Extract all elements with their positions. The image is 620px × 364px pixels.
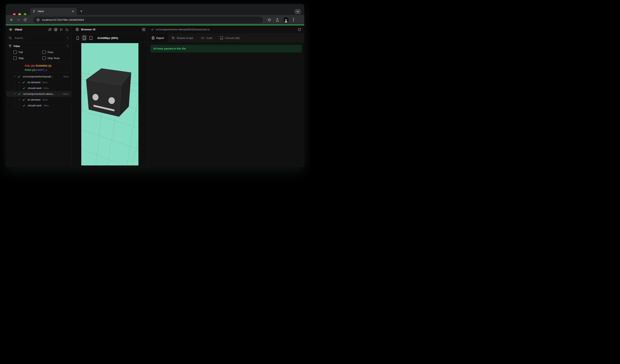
test-tree: src/components/manual/… 56ms on demand 5… (6, 74, 72, 167)
chevron-down-icon[interactable] (17, 82, 21, 83)
checkbox-label: Fail (19, 51, 23, 54)
test-duration: 43ms (43, 104, 49, 107)
vitest-logo-icon (9, 27, 13, 31)
test-file-row[interactable]: src/components/manual/… 56ms (6, 74, 72, 79)
browser-ui-header: Browser UI (72, 25, 148, 34)
tested-app-viewport[interactable] (81, 43, 139, 165)
tab-search-chevron-button[interactable] (294, 9, 301, 14)
tab-title: Vitest (38, 10, 71, 13)
viewport-preset-large-button[interactable] (88, 35, 93, 41)
test-name: src/components/manual/… (23, 75, 54, 78)
pass-check-icon (22, 104, 26, 107)
sidebar-header: Vitest (6, 25, 72, 34)
test-name: src/components/on-dema… (23, 92, 55, 95)
test-case-row[interactable]: should work 43ms (6, 102, 72, 108)
search-icon (9, 36, 12, 40)
checkbox[interactable] (42, 57, 46, 60)
test-name: should work (28, 87, 42, 90)
test-case-row[interactable]: should work 55ms (6, 85, 72, 91)
tab-report[interactable]: Report (148, 34, 168, 42)
report-body: All tests passed in this file (148, 42, 304, 167)
browser-ui-title: Browser UI (81, 28, 142, 31)
filter-section: Filter Fail Pass (6, 42, 72, 63)
sidebar-actions (48, 28, 70, 31)
desktop: Vitest ✕ + localhost:5173/# (0, 0, 310, 182)
test-suite-row[interactable]: on demand 43ms (6, 97, 72, 102)
vitest-ui-page: Vitest (6, 25, 304, 167)
forward-button[interactable] (16, 18, 23, 21)
robot-cube (86, 68, 131, 117)
viewport-preset-small-button[interactable] (75, 35, 80, 41)
dark-mode-moon-icon[interactable] (65, 28, 69, 31)
pass-check-icon (151, 28, 154, 30)
url-text: localhost:5173/#/?file=1828625563 (42, 18, 84, 21)
experiments-flask-icon[interactable] (276, 18, 279, 22)
chevron-down-icon[interactable] (17, 99, 21, 100)
tab-code[interactable]: Code (197, 34, 216, 42)
report-panel: src/components/on-demand/OnDemand.test.t… (148, 25, 304, 167)
summary-line-1: FAIL (0) / RUNNING (0) (25, 64, 72, 68)
search-input[interactable] (14, 36, 66, 40)
clear-search-filter-icon[interactable] (66, 37, 69, 40)
pass-check-icon (22, 99, 25, 101)
test-duration: 55ms (43, 87, 49, 89)
filter-checkbox-fail[interactable]: Fail (13, 50, 42, 54)
back-button[interactable] (10, 18, 16, 21)
test-file-row-selected[interactable]: src/components/on-dema… 43ms (6, 91, 71, 97)
filter-checkbox-only-tests[interactable]: Only Tests (42, 57, 69, 60)
test-name: should work (28, 104, 42, 107)
pass-check-icon (18, 93, 21, 95)
tab-console[interactable]: Console (69) (216, 34, 244, 42)
chevron-down-icon[interactable] (13, 93, 16, 95)
clear-filters-icon[interactable] (66, 45, 69, 48)
report-header: src/components/on-demand/OnDemand.test.t… (148, 25, 304, 34)
viewport-size-label: 414x896px (68%) (97, 37, 118, 40)
tab-label: Module Graph (177, 37, 193, 40)
filter-options: Fail Pass Skip Only Tests (9, 50, 69, 60)
tab-module-graph[interactable]: Module Graph (168, 34, 197, 42)
bookmark-star-icon[interactable] (267, 18, 271, 22)
browser-window: Vitest ✕ + localhost:5173/# (6, 4, 304, 167)
report-tabs: Report Module Graph Code Console (69) (148, 34, 304, 42)
checkbox[interactable] (13, 57, 17, 60)
viewport-preset-medium-button[interactable] (82, 35, 87, 41)
test-duration: 56ms (42, 81, 47, 84)
browser-toolbar: localhost:5173/#/?file=1828625563 (6, 15, 304, 25)
collapse-panels-icon[interactable] (48, 28, 51, 31)
run-all-icon[interactable] (60, 28, 63, 31)
browser-ui-panel: Browser UI 414x896px (68%) (72, 25, 148, 167)
filter-checkbox-pass[interactable]: Pass (42, 50, 69, 54)
open-external-icon[interactable] (298, 28, 301, 31)
summary-line-2: PASS (2) / SKIP (--) (25, 68, 72, 72)
site-info-icon[interactable] (36, 18, 40, 22)
tab-label: Console (69) (225, 37, 240, 40)
dashboard-icon[interactable] (54, 28, 57, 31)
test-duration: 43ms (42, 99, 47, 101)
favicon-vitest-icon (33, 10, 36, 13)
sidebar-title: Vitest (15, 28, 48, 31)
checkbox-label: Pass (47, 51, 53, 54)
tab-label: Report (156, 37, 164, 40)
chevron-down-icon[interactable] (13, 76, 16, 77)
new-tab-button[interactable]: + (79, 9, 84, 14)
checkbox-label: Skip (19, 57, 24, 60)
tab-label: Code (206, 37, 212, 40)
dock-panel-right-icon[interactable] (142, 28, 145, 31)
search-row (6, 34, 72, 42)
url-bar[interactable]: localhost:5173/#/?file=1828625563 (33, 17, 263, 23)
toolbar-actions (267, 17, 294, 22)
filter-funnel-icon (9, 45, 12, 48)
browser-tab[interactable]: Vitest ✕ (30, 8, 77, 15)
test-duration: 43ms (63, 93, 68, 95)
test-file-path: src/components/on-demand/OnDemand.test.t… (156, 28, 298, 31)
filter-checkbox-skip[interactable]: Skip (13, 57, 42, 60)
checkbox[interactable] (13, 50, 17, 54)
checkbox-label: Only Tests (47, 57, 60, 60)
reload-button[interactable] (23, 18, 30, 22)
menu-kebab-icon[interactable] (293, 18, 294, 22)
checkbox[interactable] (42, 50, 46, 54)
tab-close-icon[interactable]: ✕ (71, 10, 75, 13)
pass-check-icon (17, 76, 21, 78)
test-suite-row[interactable]: on demand 56ms (6, 79, 72, 85)
profile-avatar[interactable] (283, 17, 289, 22)
